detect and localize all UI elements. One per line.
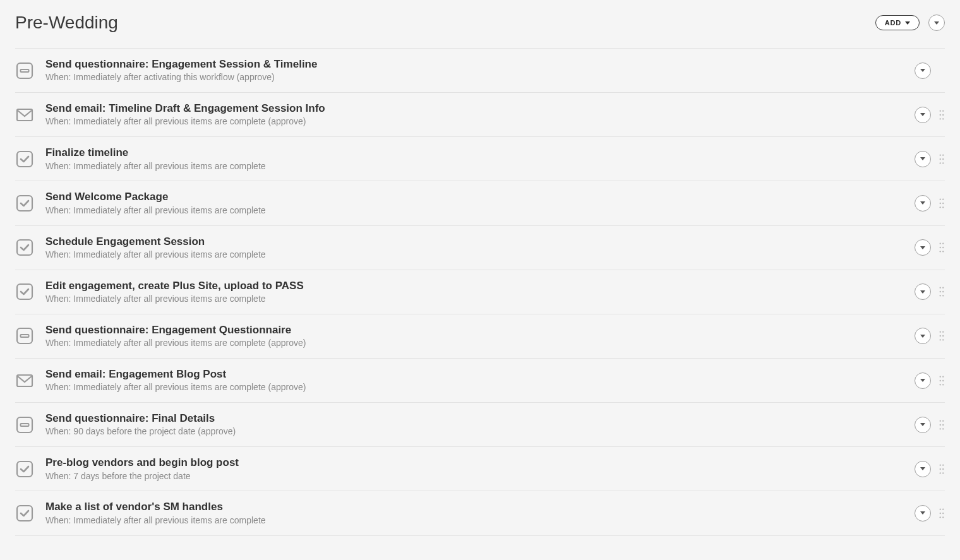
item-text: Send email: Engagement Blog PostWhen: Im… xyxy=(45,367,907,393)
drag-handle-icon[interactable] xyxy=(939,330,945,342)
checkbox-icon xyxy=(15,150,34,169)
item-text: Send questionnaire: Engagement Session &… xyxy=(45,57,907,83)
item-actions xyxy=(907,195,945,211)
caret-down-icon xyxy=(920,467,925,470)
item-actions xyxy=(907,417,945,433)
item-actions xyxy=(907,151,945,167)
section-header: Pre-Wedding ADD xyxy=(15,13,945,49)
workflow-item[interactable]: Send Welcome PackageWhen: Immediately af… xyxy=(15,181,945,225)
item-title: Send questionnaire: Engagement Session &… xyxy=(45,57,907,71)
questionnaire-icon xyxy=(15,415,34,434)
item-when: When: Immediately after all previous ite… xyxy=(45,205,907,217)
item-menu-button[interactable] xyxy=(915,283,931,300)
caret-down-icon xyxy=(920,113,925,116)
caret-down-icon xyxy=(920,379,925,382)
item-text: Send questionnaire: Engagement Questionn… xyxy=(45,323,907,349)
item-menu-button[interactable] xyxy=(915,239,931,256)
questionnaire-icon xyxy=(15,61,34,80)
item-title: Send Welcome Package xyxy=(45,190,907,203)
email-icon xyxy=(15,371,34,390)
drag-handle-icon[interactable] xyxy=(939,419,945,431)
caret-down-icon xyxy=(920,335,925,338)
workflow-item[interactable]: Schedule Engagement SessionWhen: Immedia… xyxy=(15,226,945,270)
item-menu-button[interactable] xyxy=(915,417,931,433)
checkbox-icon xyxy=(15,238,34,257)
drag-handle-icon[interactable] xyxy=(939,374,945,387)
add-button-label: ADD xyxy=(885,19,901,27)
item-menu-button[interactable] xyxy=(915,195,931,211)
item-menu-button[interactable] xyxy=(915,328,931,344)
item-when: When: Immediately after all previous ite… xyxy=(45,293,907,305)
caret-down-icon xyxy=(920,423,925,426)
item-text: Edit engagement, create Plus Site, uploa… xyxy=(45,279,907,305)
caret-down-icon xyxy=(920,511,925,515)
caret-down-icon xyxy=(920,69,925,72)
workflow-item[interactable]: Send email: Timeline Draft & Engagement … xyxy=(15,93,945,137)
item-when: When: Immediately after all previous ite… xyxy=(45,337,907,349)
workflow-item[interactable]: Send questionnaire: Engagement Questionn… xyxy=(15,314,945,359)
item-title: Pre-blog vendors and begin blog post xyxy=(45,456,907,469)
item-actions xyxy=(907,461,945,477)
item-text: Send email: Timeline Draft & Engagement … xyxy=(45,102,907,128)
item-when: When: Immediately after activating this … xyxy=(45,71,907,83)
item-text: Finalize timelineWhen: Immediately after… xyxy=(45,146,907,172)
drag-handle-icon[interactable] xyxy=(939,463,945,475)
caret-down-icon xyxy=(934,21,939,25)
item-when: When: Immediately after all previous ite… xyxy=(45,249,907,261)
caret-down-icon xyxy=(920,246,925,249)
item-title: Make a list of vendor's SM handles xyxy=(45,500,907,513)
caret-down-icon xyxy=(920,290,925,294)
section-header-actions: ADD xyxy=(875,15,945,31)
item-actions xyxy=(907,372,945,389)
item-menu-button[interactable] xyxy=(915,151,931,167)
item-title: Send questionnaire: Engagement Questionn… xyxy=(45,323,907,337)
item-menu-button[interactable] xyxy=(915,461,931,477)
item-text: Make a list of vendor's SM handlesWhen: … xyxy=(45,500,907,526)
item-when: When: 90 days before the project date (a… xyxy=(45,426,907,438)
drag-handle-icon[interactable] xyxy=(939,153,945,165)
item-title: Finalize timeline xyxy=(45,146,907,159)
caret-down-icon xyxy=(905,21,910,25)
drag-handle-icon[interactable] xyxy=(939,197,945,210)
item-title: Send email: Timeline Draft & Engagement … xyxy=(45,102,907,115)
item-actions xyxy=(907,505,945,521)
checkbox-icon xyxy=(15,504,34,523)
workflow-item[interactable]: Pre-blog vendors and begin blog postWhen… xyxy=(15,447,945,491)
workflow-item[interactable]: Make a list of vendor's SM handlesWhen: … xyxy=(15,491,945,535)
item-title: Edit engagement, create Plus Site, uploa… xyxy=(45,279,907,292)
add-button[interactable]: ADD xyxy=(875,15,920,30)
caret-down-icon xyxy=(920,201,925,205)
item-when: When: Immediately after all previous ite… xyxy=(45,116,907,128)
item-actions xyxy=(907,283,945,300)
section-menu-button[interactable] xyxy=(928,15,945,31)
item-when: When: Immediately after all previous ite… xyxy=(45,381,907,393)
caret-down-icon xyxy=(920,157,925,160)
item-text: Pre-blog vendors and begin blog postWhen… xyxy=(45,456,907,482)
item-actions xyxy=(907,239,945,256)
item-actions xyxy=(907,63,945,79)
workflow-item[interactable]: Send email: Engagement Blog PostWhen: Im… xyxy=(15,359,945,403)
workflow-items-list: Send questionnaire: Engagement Session &… xyxy=(15,49,945,536)
drag-handle-icon[interactable] xyxy=(939,241,945,254)
drag-handle-icon[interactable] xyxy=(939,507,945,520)
checkbox-icon xyxy=(15,282,34,301)
workflow-item[interactable]: Finalize timelineWhen: Immediately after… xyxy=(15,137,945,181)
item-actions xyxy=(907,107,945,123)
item-title: Send questionnaire: Final Details xyxy=(45,412,907,425)
item-menu-button[interactable] xyxy=(915,372,931,389)
item-menu-button[interactable] xyxy=(915,63,931,79)
drag-handle-icon[interactable] xyxy=(939,285,945,298)
item-text: Send Welcome PackageWhen: Immediately af… xyxy=(45,190,907,216)
workflow-item[interactable]: Send questionnaire: Final DetailsWhen: 9… xyxy=(15,403,945,447)
item-menu-button[interactable] xyxy=(915,505,931,521)
drag-handle-icon[interactable] xyxy=(939,109,945,121)
item-title: Schedule Engagement Session xyxy=(45,235,907,248)
workflow-item[interactable]: Edit engagement, create Plus Site, uploa… xyxy=(15,270,945,314)
item-when: When: Immediately after all previous ite… xyxy=(45,515,907,527)
item-when: When: Immediately after all previous ite… xyxy=(45,160,907,172)
workflow-item[interactable]: Send questionnaire: Engagement Session &… xyxy=(15,49,945,93)
item-text: Schedule Engagement SessionWhen: Immedia… xyxy=(45,235,907,261)
item-menu-button[interactable] xyxy=(915,107,931,123)
item-when: When: 7 days before the project date xyxy=(45,470,907,482)
item-text: Send questionnaire: Final DetailsWhen: 9… xyxy=(45,412,907,438)
